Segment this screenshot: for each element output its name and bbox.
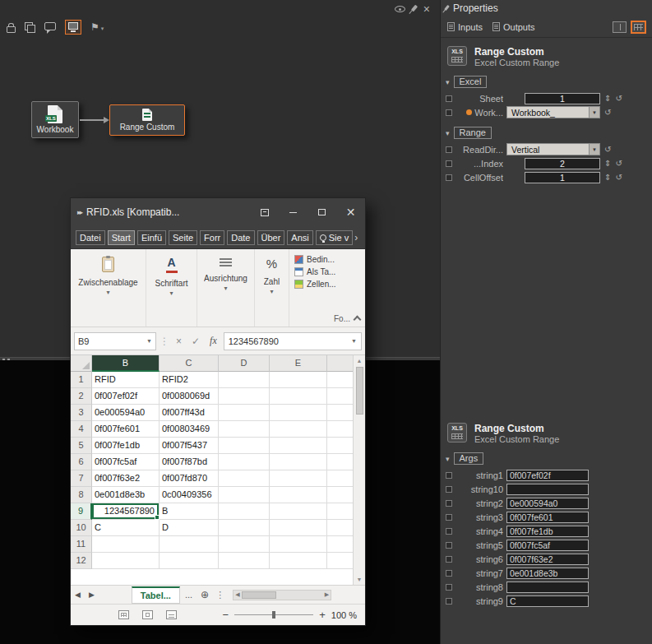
cell-C8[interactable]: 0c00409356 (160, 487, 219, 503)
cell-D7[interactable] (219, 470, 270, 487)
sheet-input[interactable]: 1 (525, 93, 600, 104)
comment-icon[interactable] (44, 22, 56, 30)
ribbon-button-2[interactable]: Zellen... (294, 280, 362, 289)
ribbon-tab-datei[interactable]: Datei (76, 230, 105, 245)
ribbon-button-1[interactable]: Als Ta... (294, 267, 362, 276)
ribbon-group-align[interactable]: Ausrichtung▾ (197, 249, 255, 327)
celloffset-input[interactable]: 1 (525, 172, 600, 183)
cell-D5[interactable] (219, 438, 270, 454)
string8-input[interactable] (506, 581, 589, 593)
checkbox[interactable] (446, 500, 452, 507)
quick-access-icon[interactable]: ▸▸ (77, 208, 81, 216)
zoom-slider-thumb[interactable] (272, 611, 275, 619)
row-header-3[interactable]: 3 (71, 405, 92, 421)
tab-inputs[interactable]: Inputs (447, 22, 483, 32)
ribbon-tab-forr[interactable]: Forr (200, 230, 224, 245)
row-header-2[interactable]: 2 (71, 388, 92, 405)
row-header-8[interactable]: 8 (71, 487, 92, 503)
eye-icon[interactable] (395, 6, 405, 12)
cell-D9[interactable] (219, 503, 270, 520)
ribbon-group-clipboard[interactable]: Zwischenablage▾ (71, 249, 146, 327)
cell-E8[interactable] (270, 487, 327, 503)
checkbox[interactable] (446, 528, 452, 535)
ribbon-tab-ansi[interactable]: Ansi (287, 230, 312, 245)
ribbon-tab-start[interactable]: Start (108, 230, 135, 245)
enter-button[interactable]: ✓ (188, 336, 203, 347)
checkbox[interactable] (446, 542, 452, 549)
ribbon-tab-einfü[interactable]: Einfü (137, 230, 166, 245)
row-header-5[interactable]: 5 (71, 438, 92, 454)
cell-E1[interactable] (270, 372, 327, 388)
string2-input[interactable]: 0e000594a0 (506, 498, 589, 509)
cell-B4[interactable]: 0f007fe601 (92, 421, 160, 438)
string9-input[interactable]: C (506, 595, 589, 607)
string5-input[interactable]: 0f007fc5af (506, 540, 589, 551)
cell-E6[interactable] (270, 454, 327, 470)
reset-icon[interactable]: ↺ (615, 159, 622, 168)
horizontal-scrollbar[interactable]: ◀ ▶ (233, 590, 331, 600)
tell-me-button[interactable]: Sie v (316, 230, 353, 245)
updown-icon[interactable]: ⇕ (604, 94, 611, 103)
scrollbar-thumb[interactable] (242, 591, 276, 599)
string10-input[interactable] (506, 484, 589, 495)
row-header-9[interactable]: 9 (71, 503, 92, 520)
cell-B9[interactable]: 1234567890 (92, 503, 160, 520)
section-range[interactable]: ▾Range (446, 127, 652, 139)
checkbox[interactable] (446, 570, 452, 577)
string6-input[interactable]: 0f007f63e2 (506, 554, 589, 565)
close-icon[interactable]: × (423, 4, 430, 14)
name-box[interactable]: B9 ▼ (74, 332, 156, 350)
sheet-tab[interactable]: Tabel... (132, 586, 180, 604)
ribbon-options-button[interactable] (250, 198, 279, 226)
row-header-4[interactable]: 4 (71, 421, 92, 438)
cell-E10[interactable] (270, 520, 327, 536)
add-sheet-icon[interactable]: ⊕ (197, 589, 212, 600)
checkbox[interactable] (446, 514, 452, 521)
more-sheets[interactable]: ... (180, 590, 197, 600)
cell-C1[interactable]: RFID2 (160, 372, 219, 388)
cell-D1[interactable] (219, 372, 270, 388)
zoom-in-icon[interactable]: + (319, 609, 326, 621)
checkbox[interactable] (446, 174, 452, 181)
scroll-right-icon[interactable]: ▶ (323, 591, 331, 598)
tab-overflow-icon[interactable]: › (354, 232, 358, 243)
cell-B10[interactable]: C (92, 520, 160, 536)
row-header-1[interactable]: 1 (71, 372, 92, 388)
cell-D8[interactable] (219, 487, 270, 503)
scroll-up-icon[interactable]: ▲ (357, 355, 363, 366)
cell-B12[interactable] (92, 553, 160, 569)
cell-E11[interactable] (270, 536, 327, 553)
string4-input[interactable]: 0f007fe1db (506, 526, 589, 537)
cell-D10[interactable] (219, 520, 270, 536)
vertical-scrollbar[interactable]: ▲ ▼ (353, 355, 365, 585)
page-break-view-icon[interactable] (166, 610, 177, 619)
cell-B5[interactable]: 0f007fe1db (92, 438, 160, 454)
row-header-7[interactable]: 7 (71, 470, 92, 487)
tab-outputs[interactable]: Outputs (492, 22, 535, 32)
zoom-slider[interactable] (234, 614, 313, 615)
cell-E12[interactable] (270, 553, 327, 569)
checkbox[interactable] (446, 109, 452, 116)
checkbox[interactable] (446, 146, 452, 153)
ribbon-group-font[interactable]: Schriftart▾ (146, 249, 197, 327)
reset-icon[interactable]: ↺ (615, 94, 622, 103)
cell-D2[interactable] (219, 388, 270, 405)
cell-E5[interactable] (270, 438, 327, 454)
work-select[interactable]: Workbook_▼ (506, 106, 600, 118)
ribbon-tab-über[interactable]: Über (257, 230, 285, 245)
cell-C5[interactable]: 0f007f5437 (160, 438, 219, 454)
connection-arrow[interactable] (80, 119, 108, 121)
cell-B7[interactable]: 0f007f63e2 (92, 470, 160, 487)
section-excel[interactable]: ▾Excel (446, 76, 652, 88)
column-header-E[interactable]: E (270, 355, 327, 372)
scrollbar-thumb[interactable] (356, 367, 363, 415)
cell-C7[interactable]: 0f007fd870 (160, 470, 219, 487)
minimize-button[interactable] (279, 198, 308, 226)
reset-icon[interactable]: ↺ (604, 145, 611, 154)
row-header-6[interactable]: 6 (71, 454, 92, 470)
cell-B11[interactable] (92, 536, 160, 553)
formula-input[interactable]: 1234567890 ▼ (224, 332, 362, 350)
checkbox[interactable] (446, 160, 452, 167)
checkbox[interactable] (446, 584, 452, 591)
ribbon-tab-date[interactable]: Date (227, 230, 254, 245)
